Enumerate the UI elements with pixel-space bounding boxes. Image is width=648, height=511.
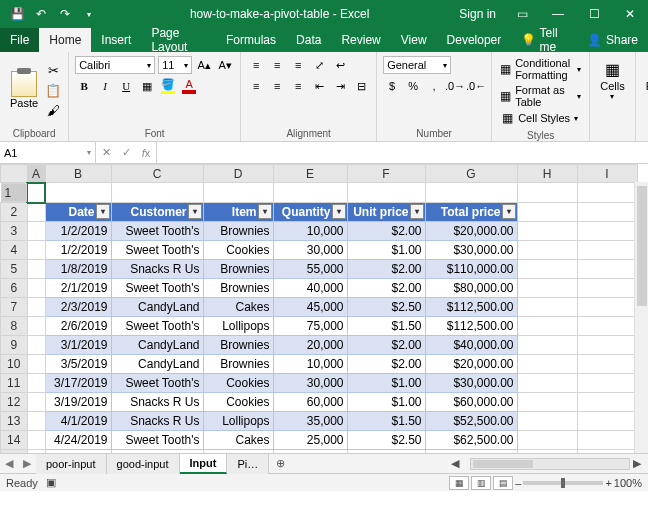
table-cell[interactable]: CandyLand bbox=[111, 298, 203, 317]
table-cell[interactable]: $62,500.00 bbox=[425, 431, 517, 450]
filter-dropdown-icon[interactable]: ▾ bbox=[410, 204, 424, 219]
table-cell[interactable]: $1.50 bbox=[347, 412, 425, 431]
view-normal-icon[interactable]: ▦ bbox=[449, 476, 469, 490]
cell[interactable] bbox=[27, 222, 45, 241]
filter-dropdown-icon[interactable]: ▾ bbox=[258, 204, 272, 219]
table-cell[interactable]: Brownies bbox=[203, 260, 273, 279]
tab-data[interactable]: Data bbox=[286, 28, 331, 52]
cell[interactable] bbox=[517, 412, 577, 431]
new-sheet-icon[interactable]: ⊕ bbox=[269, 457, 291, 470]
grid[interactable]: ABCDEFGHI12Date▾Customer▾Item▾Quantity▾U… bbox=[0, 164, 648, 453]
table-cell[interactable]: 60,000 bbox=[273, 393, 347, 412]
table-cell[interactable]: $2.50 bbox=[347, 298, 425, 317]
zoom-level[interactable]: 100% bbox=[614, 477, 642, 489]
conditional-formatting-button[interactable]: ▦Conditional Formatting▾ bbox=[498, 56, 583, 82]
cell[interactable] bbox=[425, 450, 517, 454]
table-cell[interactable]: Snacks R Us bbox=[111, 260, 203, 279]
close-icon[interactable]: ✕ bbox=[612, 0, 648, 28]
table-cell[interactable]: CandyLand bbox=[111, 336, 203, 355]
cell[interactable] bbox=[111, 183, 203, 203]
table-cell[interactable]: Brownies bbox=[203, 355, 273, 374]
table-cell[interactable]: $112,500.00 bbox=[425, 298, 517, 317]
cell[interactable] bbox=[517, 431, 577, 450]
table-cell[interactable]: 75,000 bbox=[273, 317, 347, 336]
filter-dropdown-icon[interactable]: ▾ bbox=[502, 204, 516, 219]
cell[interactable] bbox=[517, 183, 577, 203]
row-header-11[interactable]: 11 bbox=[1, 374, 28, 393]
select-all-corner[interactable] bbox=[1, 165, 28, 183]
align-left-icon[interactable]: ≡ bbox=[247, 77, 265, 95]
hscroll-right-icon[interactable]: ▶ bbox=[630, 457, 644, 470]
cell[interactable] bbox=[517, 298, 577, 317]
insert-function-icon[interactable]: fx bbox=[136, 147, 156, 159]
editing-button[interactable]: 🔍Editing▾ bbox=[642, 56, 648, 103]
tab-developer[interactable]: Developer bbox=[437, 28, 512, 52]
italic-button[interactable]: I bbox=[96, 77, 114, 95]
cell[interactable] bbox=[517, 355, 577, 374]
cell[interactable] bbox=[111, 450, 203, 454]
align-bottom-icon[interactable]: ≡ bbox=[289, 56, 307, 74]
decrease-decimal-icon[interactable]: .0← bbox=[467, 77, 485, 95]
table-cell[interactable]: 3/1/2019 bbox=[45, 336, 111, 355]
cell[interactable] bbox=[577, 412, 637, 431]
table-cell[interactable]: $30,000.00 bbox=[425, 241, 517, 260]
tab-page-layout[interactable]: Page Layout bbox=[141, 28, 216, 52]
filter-dropdown-icon[interactable]: ▾ bbox=[332, 204, 346, 219]
cell[interactable] bbox=[273, 450, 347, 454]
table-cell[interactable]: Cakes bbox=[203, 431, 273, 450]
table-cell[interactable]: $112,500.00 bbox=[425, 317, 517, 336]
tab-formulas[interactable]: Formulas bbox=[216, 28, 286, 52]
row-header-15[interactable]: 15 bbox=[1, 450, 28, 454]
formula-input[interactable] bbox=[157, 142, 648, 163]
table-cell[interactable]: Brownies bbox=[203, 336, 273, 355]
row-header-13[interactable]: 13 bbox=[1, 412, 28, 431]
fill-color-icon[interactable]: 🪣 bbox=[159, 77, 177, 95]
cell[interactable] bbox=[577, 393, 637, 412]
row-header-3[interactable]: 3 bbox=[1, 222, 28, 241]
cell-styles-button[interactable]: ▦Cell Styles▾ bbox=[498, 110, 580, 126]
table-cell[interactable]: 1/8/2019 bbox=[45, 260, 111, 279]
undo-icon[interactable]: ↶ bbox=[30, 3, 52, 25]
paste-button[interactable]: Paste bbox=[6, 69, 42, 111]
cell[interactable] bbox=[425, 183, 517, 203]
zoom-out-icon[interactable]: – bbox=[515, 477, 521, 489]
table-cell[interactable]: 30,000 bbox=[273, 241, 347, 260]
font-size-select[interactable]: 11▾ bbox=[158, 56, 192, 74]
cell[interactable] bbox=[27, 355, 45, 374]
tab-home[interactable]: Home bbox=[39, 28, 91, 52]
macro-record-icon[interactable]: ▣ bbox=[46, 476, 56, 489]
percent-format-icon[interactable]: % bbox=[404, 77, 422, 95]
cell[interactable] bbox=[27, 241, 45, 260]
increase-decimal-icon[interactable]: .0→ bbox=[446, 77, 464, 95]
view-page-break-icon[interactable]: ▤ bbox=[493, 476, 513, 490]
decrease-font-icon[interactable]: A▾ bbox=[216, 56, 234, 74]
bold-button[interactable]: B bbox=[75, 77, 93, 95]
table-cell[interactable]: 35,000 bbox=[273, 412, 347, 431]
vertical-scrollbar[interactable] bbox=[634, 182, 648, 453]
tab-view[interactable]: View bbox=[391, 28, 437, 52]
cell[interactable] bbox=[27, 298, 45, 317]
table-cell[interactable]: $2.00 bbox=[347, 260, 425, 279]
zoom-in-icon[interactable]: + bbox=[605, 477, 611, 489]
table-cell[interactable]: $80,000.00 bbox=[425, 279, 517, 298]
wrap-text-icon[interactable]: ↩ bbox=[331, 56, 349, 74]
table-header[interactable]: Total price▾ bbox=[425, 203, 517, 222]
view-page-layout-icon[interactable]: ▥ bbox=[471, 476, 491, 490]
number-format-select[interactable]: General▾ bbox=[383, 56, 451, 74]
tell-me[interactable]: 💡 Tell me bbox=[511, 28, 577, 52]
cell[interactable] bbox=[577, 298, 637, 317]
table-cell[interactable]: $60,000.00 bbox=[425, 393, 517, 412]
sheet-tab-pi[interactable]: Pi… bbox=[227, 454, 269, 474]
cell[interactable] bbox=[27, 279, 45, 298]
table-cell[interactable]: $2.00 bbox=[347, 336, 425, 355]
sheet-tab-good-input[interactable]: good-input bbox=[107, 454, 180, 474]
table-cell[interactable]: 10,000 bbox=[273, 355, 347, 374]
col-header-D[interactable]: D bbox=[203, 165, 273, 183]
decrease-indent-icon[interactable]: ⇤ bbox=[310, 77, 328, 95]
cell[interactable] bbox=[347, 183, 425, 203]
cell[interactable] bbox=[517, 317, 577, 336]
align-center-icon[interactable]: ≡ bbox=[268, 77, 286, 95]
table-cell[interactable]: Snacks R Us bbox=[111, 393, 203, 412]
table-cell[interactable]: 2/6/2019 bbox=[45, 317, 111, 336]
cell[interactable] bbox=[27, 393, 45, 412]
